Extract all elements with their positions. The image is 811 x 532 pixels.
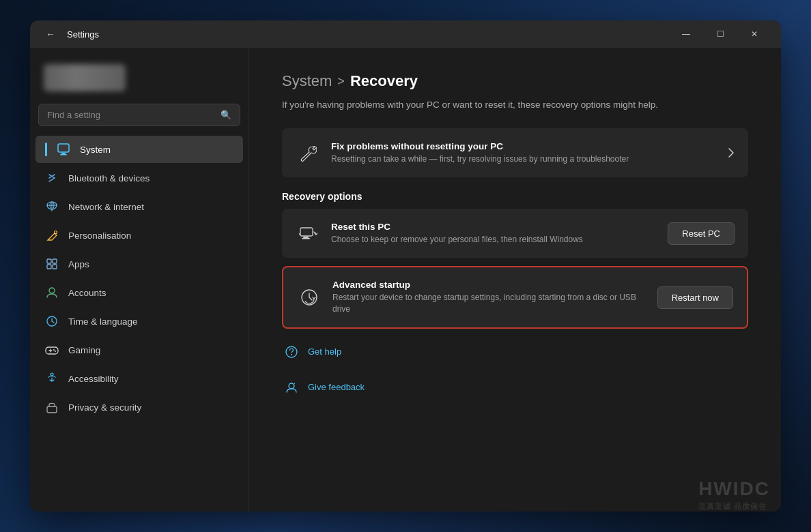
reset-pc-text: Reset this PC Choose to keep or remove y… [331,222,657,246]
svg-point-14 [55,351,56,352]
breadcrumb: System > Recovery [282,72,748,90]
svg-rect-9 [53,265,57,269]
time-icon [45,314,59,328]
svg-rect-7 [53,259,57,263]
svg-rect-18 [303,237,309,238]
fix-problems-desc: Resetting can take a while — first, try … [331,153,717,165]
sidebar-label-bluetooth: Bluetooth & devices [68,173,150,183]
sidebar: 🔍 System [30,48,248,512]
active-indicator [45,143,47,156]
advanced-startup-text: Advanced startup Restart your device to … [332,280,646,315]
search-icon: 🔍 [220,110,231,120]
window-body: 🔍 System [30,48,781,512]
privacy-icon [45,400,59,414]
titlebar: ← Settings — ☐ ✕ [30,20,781,48]
titlebar-left: ← Settings [41,25,99,44]
sidebar-label-gaming: Gaming [68,345,100,355]
sidebar-label-time: Time & language [68,316,138,327]
sidebar-item-personalisation[interactable]: Personalisation [35,222,243,249]
reset-pc-item: Reset this PC Choose to keep or remove y… [282,209,748,258]
page-description: If you're having problems with your PC o… [282,98,746,112]
fix-problems-item[interactable]: Fix problems without resetting your PC R… [282,128,748,177]
advanced-startup-desc: Restart your device to change startup se… [332,292,646,315]
sidebar-item-time[interactable]: Time & language [35,308,243,335]
restart-now-button[interactable]: Restart now [657,286,733,309]
reset-pc-desc: Choose to keep or remove your personal f… [331,234,657,246]
svg-rect-1 [61,153,66,154]
breadcrumb-separator: > [337,74,345,89]
system-icon [57,143,70,156]
apps-icon [45,257,59,271]
breadcrumb-current: Recovery [350,72,418,90]
reset-pc-title: Reset this PC [331,222,657,232]
svg-rect-2 [60,154,67,156]
accounts-icon [45,286,59,299]
advanced-startup-icon [297,285,322,310]
get-help-area: Get help [282,337,748,367]
back-button[interactable]: ← [41,25,60,44]
search-box[interactable]: 🔍 [38,104,240,126]
sidebar-item-accounts[interactable]: Accounts [35,279,243,306]
sidebar-label-privacy: Privacy & security [68,402,141,413]
sidebar-item-system[interactable]: System [35,136,243,163]
network-icon [45,200,59,213]
sidebar-item-privacy[interactable]: Privacy & security [35,394,243,421]
reset-pc-card: Reset this PC Choose to keep or remove y… [282,209,748,258]
fix-problems-chevron[interactable] [728,147,735,158]
accessibility-icon [45,372,59,385]
svg-point-22 [291,354,292,355]
sidebar-item-gaming[interactable]: Gaming [35,336,243,364]
fix-problems-title: Fix problems without resetting your PC [331,141,717,151]
svg-point-5 [54,231,57,233]
svg-point-23 [289,383,294,389]
sidebar-item-accessibility[interactable]: Accessibility [35,365,243,392]
svg-rect-6 [47,259,51,263]
sidebar-label-accounts: Accounts [68,288,106,298]
svg-rect-0 [58,144,69,152]
sidebar-item-bluetooth[interactable]: Bluetooth & devices [35,164,243,192]
give-feedback-area: Give feedback [282,372,748,402]
sidebar-item-apps[interactable]: Apps [35,250,243,278]
svg-point-10 [49,288,55,293]
settings-window: ← Settings — ☐ ✕ 🔍 [30,20,781,512]
main-content: System > Recovery If you're having probl… [248,48,781,512]
sidebar-label-system: System [80,145,111,155]
fix-problems-text: Fix problems without resetting your PC R… [331,141,717,165]
sidebar-label-accessibility: Accessibility [68,374,119,384]
svg-rect-8 [47,265,51,269]
advanced-startup-card: Advanced startup Restart your device to … [282,266,748,329]
sidebar-label-apps: Apps [68,259,89,269]
avatar-area [35,59,243,102]
svg-rect-17 [300,228,313,236]
window-controls: — ☐ ✕ [670,23,770,45]
reset-icon [296,221,320,246]
avatar [44,64,126,91]
sidebar-item-network[interactable]: Network & internet [35,193,243,220]
svg-rect-16 [47,407,57,413]
recovery-options-label: Recovery options [282,191,748,202]
reset-pc-button[interactable]: Reset PC [668,222,735,245]
window-title: Settings [67,29,99,40]
advanced-startup-title: Advanced startup [332,280,646,290]
bluetooth-icon [45,171,59,185]
personalisation-icon [45,228,59,242]
svg-point-13 [53,349,55,351]
sidebar-label-network: Network & internet [68,202,144,212]
maximize-button[interactable]: ☐ [705,23,736,45]
advanced-startup-item: Advanced startup Restart your device to … [283,267,747,327]
give-feedback-link[interactable]: Give feedback [308,382,365,392]
wrench-icon [296,141,320,165]
minimize-button[interactable]: — [670,23,702,45]
fix-problems-card: Fix problems without resetting your PC R… [282,128,748,177]
sidebar-label-personalisation: Personalisation [68,231,131,241]
get-help-link[interactable]: Get help [308,346,341,357]
help-icon [282,342,301,361]
svg-point-15 [51,373,53,376]
search-input[interactable] [47,110,215,120]
feedback-icon [282,378,301,397]
close-button[interactable]: ✕ [739,23,770,45]
svg-rect-19 [302,238,310,239]
breadcrumb-system: System [282,72,332,90]
gaming-icon [45,343,59,357]
